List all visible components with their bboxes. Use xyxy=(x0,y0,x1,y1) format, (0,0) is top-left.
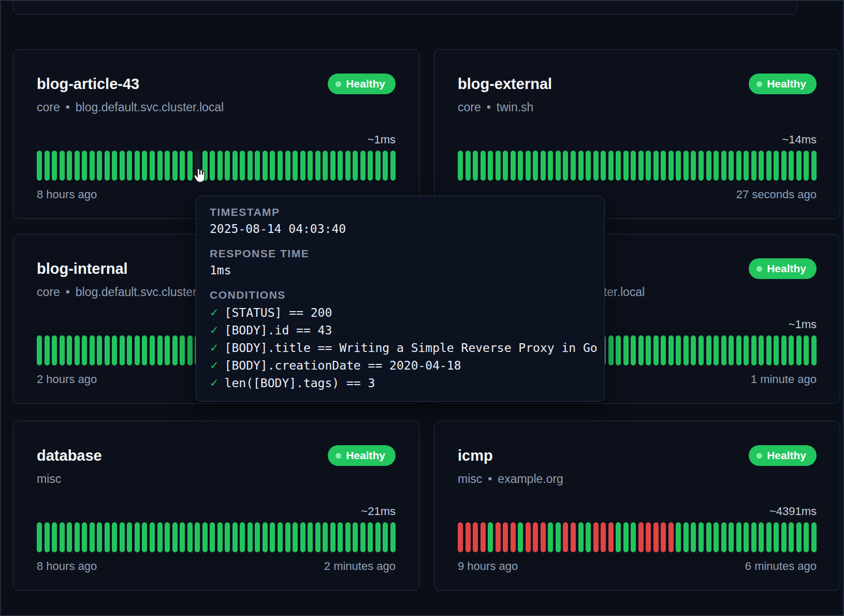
uptime-bar[interactable] xyxy=(293,522,298,552)
uptime-bar[interactable] xyxy=(593,522,599,552)
uptime-bar[interactable] xyxy=(646,335,651,365)
uptime-bar[interactable] xyxy=(676,151,681,181)
uptime-bar[interactable] xyxy=(172,522,178,552)
uptime-bar[interactable] xyxy=(646,151,651,181)
uptime-bar[interactable] xyxy=(330,522,336,552)
uptime-bar[interactable] xyxy=(608,522,614,552)
uptime-bar[interactable] xyxy=(52,522,57,552)
uptime-bar[interactable] xyxy=(180,335,185,365)
uptime-bar[interactable] xyxy=(691,151,696,181)
uptime-bar[interactable] xyxy=(766,335,772,365)
uptime-bar[interactable] xyxy=(270,151,275,181)
uptime-bar[interactable] xyxy=(285,151,290,181)
uptime-bar[interactable] xyxy=(127,151,132,181)
uptime-bar[interactable] xyxy=(661,522,666,552)
uptime-bar[interactable] xyxy=(714,151,719,181)
uptime-bar[interactable] xyxy=(473,522,478,552)
uptime-bar[interactable] xyxy=(60,151,65,181)
service-card-database[interactable]: database Healthy misc ~21ms 8 hours ago … xyxy=(13,421,419,591)
uptime-bar[interactable] xyxy=(82,522,87,552)
uptime-bar[interactable] xyxy=(97,522,102,552)
uptime-bar[interactable] xyxy=(804,335,809,365)
uptime-bar[interactable] xyxy=(503,151,508,181)
uptime-bar[interactable] xyxy=(496,522,501,552)
uptime-bar[interactable] xyxy=(676,522,681,552)
uptime-bar[interactable] xyxy=(541,522,546,552)
uptime-bar[interactable] xyxy=(248,151,253,181)
uptime-bar[interactable] xyxy=(668,522,674,552)
uptime-bar[interactable] xyxy=(781,151,787,181)
uptime-bar[interactable] xyxy=(721,335,726,365)
uptime-bar[interactable] xyxy=(668,335,674,365)
uptime-bar[interactable] xyxy=(676,335,681,365)
uptime-bar[interactable] xyxy=(338,151,343,181)
uptime-bar[interactable] xyxy=(789,151,794,181)
uptime-bar[interactable] xyxy=(240,522,245,552)
uptime-bar[interactable] xyxy=(563,151,568,181)
uptime-bar[interactable] xyxy=(217,522,223,552)
uptime-bar[interactable] xyxy=(82,151,87,181)
uptime-bar[interactable] xyxy=(473,151,478,181)
uptime-bar[interactable] xyxy=(714,335,719,365)
uptime-bar[interactable] xyxy=(774,522,779,552)
uptime-bar[interactable] xyxy=(526,151,531,181)
uptime-bar[interactable] xyxy=(548,522,553,552)
uptime-bar[interactable] xyxy=(210,151,215,181)
uptime-bar[interactable] xyxy=(556,151,561,181)
uptime-bar[interactable] xyxy=(593,151,599,181)
uptime-bar[interactable] xyxy=(518,151,523,181)
uptime-bar[interactable] xyxy=(623,522,629,552)
uptime-bar[interactable] xyxy=(338,522,343,552)
uptime-bar[interactable] xyxy=(217,151,223,181)
uptime-bar[interactable] xyxy=(232,151,238,181)
uptime-bar[interactable] xyxy=(638,151,644,181)
uptime-bar[interactable] xyxy=(533,522,538,552)
uptime-bar[interactable] xyxy=(503,522,508,552)
uptime-bar[interactable] xyxy=(97,151,102,181)
uptime-bar[interactable] xyxy=(120,522,125,552)
uptime-bar[interactable] xyxy=(556,522,561,552)
uptime-bar[interactable] xyxy=(458,151,463,181)
uptime-bar[interactable] xyxy=(315,522,321,552)
uptime-bar[interactable] xyxy=(82,335,87,365)
uptime-bar[interactable] xyxy=(548,151,553,181)
uptime-bar[interactable] xyxy=(526,522,531,552)
uptime-bar[interactable] xyxy=(706,335,711,365)
uptime-bar[interactable] xyxy=(390,151,396,181)
uptime-bar[interactable] xyxy=(736,522,741,552)
uptime-bar[interactable] xyxy=(375,522,381,552)
uptime-bar[interactable] xyxy=(751,151,756,181)
uptime-bar[interactable] xyxy=(511,151,516,181)
uptime-bar[interactable] xyxy=(714,522,719,552)
uptime-bar[interactable] xyxy=(75,522,80,552)
uptime-bar[interactable] xyxy=(37,151,42,181)
uptime-bar[interactable] xyxy=(345,151,351,181)
uptime-bar[interactable] xyxy=(353,522,358,552)
uptime-bar[interactable] xyxy=(729,335,734,365)
uptime-bar[interactable] xyxy=(75,151,80,181)
uptime-bar[interactable] xyxy=(458,522,463,552)
uptime-bar[interactable] xyxy=(127,522,132,552)
uptime-bar[interactable] xyxy=(263,151,268,181)
uptime-bar[interactable] xyxy=(270,522,275,552)
uptime-bar[interactable] xyxy=(330,151,336,181)
uptime-bar[interactable] xyxy=(571,151,576,181)
uptime-bar[interactable] xyxy=(631,151,636,181)
uptime-bar[interactable] xyxy=(623,151,629,181)
uptime-bar[interactable] xyxy=(638,522,644,552)
uptime-bar[interactable] xyxy=(255,522,260,552)
uptime-bar[interactable] xyxy=(308,151,313,181)
uptime-bar[interactable] xyxy=(90,151,95,181)
uptime-bar[interactable] xyxy=(187,335,193,365)
uptime-bar[interactable] xyxy=(248,522,253,552)
uptime-bar[interactable] xyxy=(563,522,568,552)
uptime-bar[interactable] xyxy=(60,335,65,365)
uptime-bar[interactable] xyxy=(345,522,351,552)
uptime-bar[interactable] xyxy=(653,151,659,181)
uptime-bar[interactable] xyxy=(729,151,734,181)
uptime-bar[interactable] xyxy=(465,151,471,181)
uptime-bar[interactable] xyxy=(759,335,764,365)
uptime-bar[interactable] xyxy=(52,335,57,365)
uptime-bar[interactable] xyxy=(571,522,576,552)
uptime-bar[interactable] xyxy=(811,151,817,181)
